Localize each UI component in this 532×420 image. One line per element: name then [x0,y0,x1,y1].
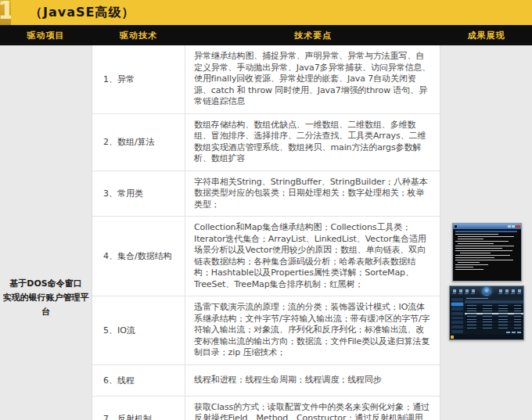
app-logo-icon [483,287,491,296]
points-cell: 迅雷下载演示流的原理；流的分类；装饰器设计模式；IO流体系继承结构；文件字节/字… [185,296,440,364]
project-title: 基于DOS命令窗口 实现的银行账户管理平台 [0,277,92,319]
project-title-line2: 实现的银行账户管理平台 [0,291,92,319]
tech-cell: 3、常用类 [92,171,185,217]
table-row: 6、线程 线程和进程；线程生命周期；线程调度；线程同步 [92,365,440,397]
section-index-strip: 1 [0,0,11,25]
toolbar-icons-right [498,289,521,295]
table-row: 5、IO流 迅雷下载演示流的原理；流的分类；装饰器设计模式；IO流体系继承结构；… [92,296,440,365]
table-row: 3、常用类 字符串相关String、StringBuffer、StringBui… [92,171,440,217]
points-text: 字符串相关String、StringBuffer、StringBuilder；八… [194,177,431,211]
points-text: 迅雷下载演示流的原理；流的分类；装饰器设计模式；IO流体系继承结构；文件字节/字… [194,302,431,359]
tech-cell: 7、反射机制 [92,397,185,420]
table-row: 1、异常 异常继承结构图、捕捉异常、声明异常、异常与方法重写、自定义异常、手动抛… [92,45,440,114]
section-banner: 1 （JavaSE高级） [0,0,532,25]
column-header-points: 技术要点 [185,30,440,41]
dos-console-output [453,229,521,273]
app-main [450,296,523,335]
points-text: 线程和进程；线程生命周期；线程调度；线程同步 [194,375,382,386]
tech-cell: 2、数组/算法 [92,114,185,171]
column-header-results: 成果展现 [440,30,532,41]
table-row: 4、集合/数据结构 Collection和Map集合继承结构图；Collecti… [92,217,440,296]
table-body: 基于DOS命令窗口 实现的银行账户管理平台 1、异常 异常继承结构图、捕捉异常、… [0,45,532,420]
points-text: 数组存储结构、数组优缺点、一维数组、二维数组、多维数组、冒泡排序、选择排序、二分… [194,120,431,165]
minimize-icon [508,225,511,228]
project-title-line1: 基于DOS命令窗口 [0,277,92,291]
column-header-project: 驱动项目 [0,30,92,41]
bank-app-screenshot [449,285,524,340]
status-indicator-icon [451,336,454,339]
app-sidebar [450,296,465,335]
maximize-icon [512,225,515,228]
results-column [440,45,532,420]
app-table-rows [465,304,523,329]
dos-app-icon [455,225,457,228]
table-row: 7、反射机制 获取Class的方式；读取配置文件中的类名来实例化对象；通过反射操… [92,397,440,420]
table-column-header: 驱动项目 驱动技术 技术要点 成果展现 [0,25,532,45]
table-row: 2、数组/算法 数组存储结构、数组优缺点、一维数组、二维数组、多维数组、冒泡排序… [92,114,440,171]
points-cell: Collection和Map集合继承结构图；Collections工具类；Ite… [185,217,440,296]
tech-cell: 6、线程 [92,365,185,396]
dos-titlebar [453,224,521,229]
points-cell: 异常继承结构图、捕捉异常、声明异常、异常与方法重写、自定义异常、手动抛出异常、J… [185,45,440,113]
points-text: Collection和Map集合继承结构图；Collections工具类；Ite… [194,222,431,290]
column-header-tech: 驱动技术 [92,30,185,41]
app-content [465,296,523,335]
tech-cell: 4、集合/数据结构 [92,217,185,296]
points-cell: 线程和进程；线程生命周期；线程调度；线程同步 [185,365,440,396]
points-cell: 获取Class的方式；读取配置文件中的类名来实例化对象；通过反射操作Field、… [185,397,440,420]
points-cell: 数组存储结构、数组优缺点、一维数组、二维数组、多维数组、冒泡排序、选择排序、二分… [185,114,440,171]
points-text: 异常继承结构图、捕捉异常、声明异常、异常与方法重写、自定义异常、手动抛出异常、J… [194,51,431,108]
points-text: 获取Class的方式；读取配置文件中的类名来实例化对象；通过反射操作Field、… [194,402,431,420]
tech-cell: 1、异常 [92,45,185,113]
toolbar-icons-left [452,289,475,295]
close-icon [516,225,520,228]
tech-cell: 5、IO流 [92,296,185,364]
tech-table: 1、异常 异常继承结构图、捕捉异常、声明异常、异常与方法重写、自定义异常、手动抛… [92,45,440,420]
section-title: （JavaSE高级） [30,5,135,21]
app-status-bar [450,335,523,339]
app-toolbar [450,286,523,296]
project-column: 基于DOS命令窗口 实现的银行账户管理平台 [0,45,92,420]
course-table-page: 1 （JavaSE高级） 驱动项目 驱动技术 技术要点 成果展现 基于DOS命令… [0,0,532,420]
points-cell: 字符串相关String、StringBuffer、StringBuilder；八… [185,171,440,217]
dos-window-screenshot [452,223,522,282]
app-breadcrumb [465,296,523,300]
section-index: 1 [0,0,11,24]
app-pagination [465,329,523,335]
